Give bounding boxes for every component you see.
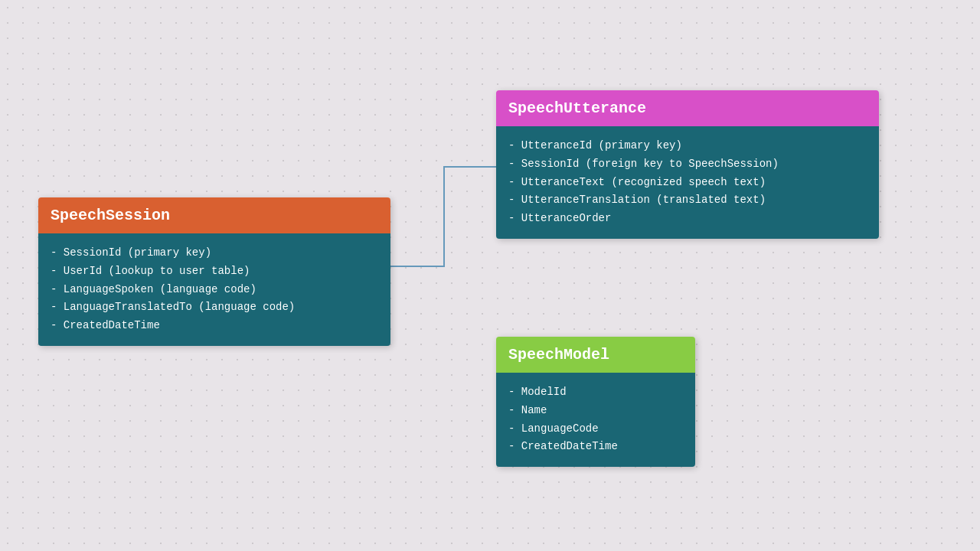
field-model-name: - Name: [508, 402, 683, 420]
entity-speech-session-fields: - SessionId (primary key) - UserId (look…: [51, 244, 378, 335]
field-model-id: - ModelId: [508, 383, 683, 402]
entity-speech-model-body: - ModelId - Name - LanguageCode - Create…: [496, 373, 695, 467]
entity-speech-utterance-body: - UtteranceId (primary key) - SessionId …: [496, 126, 879, 239]
entity-speech-session: SpeechSession - SessionId (primary key) …: [38, 197, 390, 346]
entity-speech-model-fields: - ModelId - Name - LanguageCode - Create…: [508, 383, 683, 456]
entity-speech-model: SpeechModel - ModelId - Name - LanguageC…: [496, 337, 695, 467]
entity-speech-model-title: SpeechModel: [508, 346, 609, 364]
field-utterance-text: - UtteranceText (recognized speech text): [508, 174, 867, 192]
entity-speech-session-header: SpeechSession: [38, 197, 390, 233]
field-utterance-id: - UtteranceId (primary key): [508, 137, 867, 155]
connector-line-session-utterance: [390, 167, 496, 266]
field-model-created-datetime: - CreatedDateTime: [508, 438, 683, 456]
entity-speech-utterance: SpeechUtterance - UtteranceId (primary k…: [496, 90, 879, 239]
field-utterance-order: - UtteranceOrder: [508, 210, 867, 228]
entity-speech-session-body: - SessionId (primary key) - UserId (look…: [38, 233, 390, 346]
entity-speech-session-title: SpeechSession: [51, 207, 170, 224]
field-language-translated-to: - LanguageTranslatedTo (language code): [51, 298, 378, 317]
field-created-datetime: - CreatedDateTime: [51, 317, 378, 335]
entity-speech-model-header: SpeechModel: [496, 337, 695, 373]
field-user-id: - UserId (lookup to user table): [51, 262, 378, 281]
field-utterance-translation: - UtteranceTranslation (translated text): [508, 191, 867, 210]
field-utterance-session-id: - SessionId (foreign key to SpeechSessio…: [508, 155, 867, 174]
entity-speech-utterance-title: SpeechUtterance: [508, 99, 646, 117]
entity-speech-utterance-header: SpeechUtterance: [496, 90, 879, 126]
field-language-spoken: - LanguageSpoken (language code): [51, 281, 378, 299]
field-session-id: - SessionId (primary key): [51, 244, 378, 262]
entity-speech-utterance-fields: - UtteranceId (primary key) - SessionId …: [508, 137, 867, 228]
field-model-language-code: - LanguageCode: [508, 420, 683, 439]
